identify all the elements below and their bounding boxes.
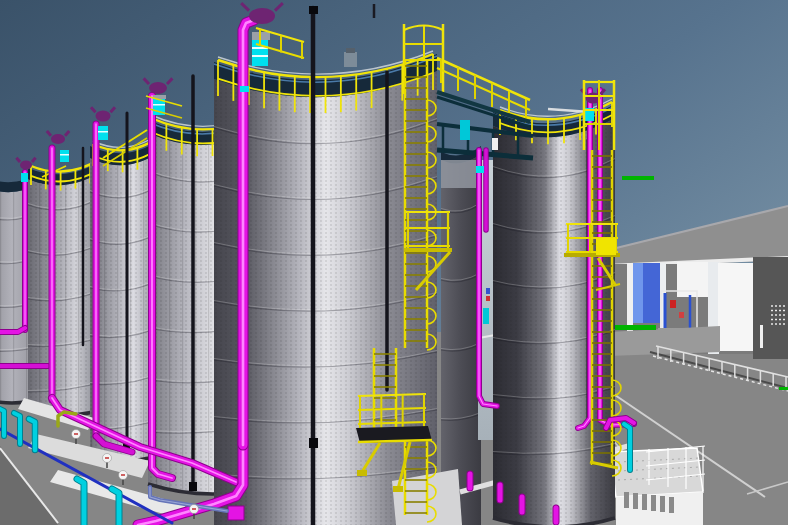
- step[interactable]: [624, 492, 629, 508]
- step[interactable]: [669, 497, 674, 513]
- tag[interactable]: [492, 138, 498, 150]
- gauge-stripe[interactable]: [60, 154, 69, 156]
- doorway-panel[interactable]: [718, 263, 754, 351]
- dark-wall[interactable]: [753, 257, 788, 359]
- gate-panel[interactable]: [596, 238, 616, 255]
- platform-top[interactable]: [610, 448, 703, 497]
- step[interactable]: [651, 495, 656, 511]
- skid-red-equipment[interactable]: [679, 312, 684, 318]
- coupling[interactable]: [309, 438, 318, 448]
- gauge-stripe[interactable]: [98, 131, 108, 133]
- skid-red-equipment[interactable]: [670, 300, 676, 308]
- step[interactable]: [660, 496, 665, 512]
- cyan-gauge[interactable]: [60, 150, 69, 162]
- gauge-stripe[interactable]: [252, 55, 268, 57]
- coupling[interactable]: [189, 482, 197, 491]
- cyan-box[interactable]: [460, 120, 470, 140]
- cyan-gauge[interactable]: [21, 173, 28, 182]
- step[interactable]: [633, 493, 638, 509]
- concrete-platform[interactable]: [610, 446, 705, 525]
- magenta-fitting[interactable]: [228, 506, 244, 520]
- cyan-gauge[interactable]: [98, 126, 108, 140]
- platform-front[interactable]: [616, 492, 703, 525]
- gauge-stripe[interactable]: [153, 104, 165, 106]
- vent-valve[interactable]: [344, 52, 357, 67]
- step[interactable]: [642, 494, 647, 510]
- 3d-viewport[interactable]: [0, 0, 788, 525]
